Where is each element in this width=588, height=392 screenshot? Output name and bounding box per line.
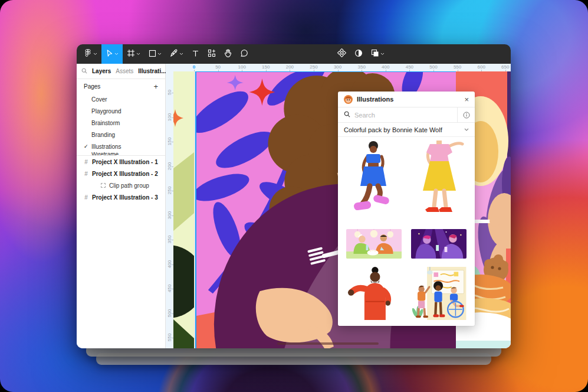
sidebar-tabbar: Layers Assets Illustrati... bbox=[77, 64, 165, 79]
ruler-tick bbox=[338, 70, 339, 71]
page-label: Wireframe bbox=[91, 152, 119, 155]
move-tool-button[interactable] bbox=[101, 44, 123, 64]
toolbar-right-group bbox=[333, 44, 389, 64]
chevron-down-icon bbox=[380, 53, 385, 55]
main-menu-button[interactable] bbox=[80, 44, 101, 64]
tab-layers[interactable]: Layers bbox=[92, 68, 111, 74]
page-item-illustrations[interactable]: ✓Illustrations bbox=[77, 141, 165, 152]
illustration-item-5[interactable] bbox=[346, 267, 402, 320]
ruler-label: 600 bbox=[478, 64, 485, 70]
horizontal-ruler: 050100150200250300350400450500550600650 bbox=[166, 64, 511, 71]
page-item-brainstorm[interactable]: Brainstorm bbox=[77, 117, 165, 129]
clip-group-icon bbox=[101, 183, 106, 188]
pages-list: CoverPlaygroundBrainstormBranding✓Illust… bbox=[77, 93, 165, 155]
ruler-tick bbox=[314, 70, 314, 71]
component-icon bbox=[337, 48, 346, 60]
shape-tool-button[interactable] bbox=[144, 44, 166, 64]
frame-icon: # bbox=[83, 159, 89, 165]
layer-label: Project X Illustration - 2 bbox=[92, 171, 158, 177]
search-input[interactable] bbox=[354, 112, 457, 119]
page-item-playground[interactable]: Playground bbox=[77, 105, 165, 117]
illustration-item-2[interactable] bbox=[411, 141, 467, 221]
ruler-tick bbox=[386, 70, 386, 71]
resources-tool-button[interactable] bbox=[203, 44, 220, 64]
ruler-tick bbox=[266, 70, 267, 71]
hand-icon bbox=[224, 49, 232, 60]
ruler-label: 450 bbox=[406, 64, 413, 70]
info-icon[interactable] bbox=[457, 107, 475, 122]
hand-tool-button[interactable] bbox=[220, 44, 236, 64]
cursor-icon bbox=[106, 49, 113, 60]
ruler-label: 100 bbox=[238, 64, 246, 70]
ruler-label: 150 bbox=[262, 64, 270, 70]
frame-tool-button[interactable] bbox=[123, 44, 144, 64]
frame-icon: # bbox=[83, 171, 89, 177]
ruler-tick bbox=[172, 264, 173, 265]
text-tool-button[interactable] bbox=[188, 44, 203, 64]
ruler-tick bbox=[172, 142, 173, 142]
pages-header: Pages + bbox=[77, 79, 165, 93]
pen-tool-button[interactable] bbox=[166, 44, 188, 64]
illustration-item-6[interactable] bbox=[411, 267, 467, 320]
plugin-avatar-icon bbox=[344, 95, 353, 104]
frame-icon: # bbox=[83, 194, 89, 201]
ruler-tick bbox=[505, 70, 506, 71]
ruler-label: 650 bbox=[501, 64, 509, 70]
ruler-tick bbox=[172, 313, 173, 314]
search-icon[interactable] bbox=[81, 68, 87, 75]
add-page-button[interactable]: + bbox=[153, 83, 158, 90]
ruler-tick bbox=[172, 338, 173, 338]
ruler-label: 250 bbox=[310, 64, 317, 70]
ruler-tick bbox=[362, 70, 362, 71]
layer-item[interactable]: #Project X Illustration - 2 bbox=[77, 168, 165, 179]
pages-header-label: Pages bbox=[84, 83, 100, 90]
chevron-down-icon bbox=[464, 128, 469, 131]
plugin-panel-header[interactable]: Illustrations × bbox=[338, 92, 475, 107]
chevron-down-icon bbox=[114, 53, 119, 55]
layer-item[interactable]: #Project X Illustration - 1 bbox=[77, 156, 165, 168]
ruler-tick bbox=[409, 70, 410, 71]
ruler-tick bbox=[172, 117, 173, 118]
page-item-branding[interactable]: Branding bbox=[77, 129, 165, 141]
component-button[interactable] bbox=[333, 44, 350, 64]
ruler-tick bbox=[172, 240, 173, 240]
check-icon: ✓ bbox=[84, 143, 91, 149]
tab-assets[interactable]: Assets bbox=[116, 68, 133, 74]
comment-tool-button[interactable] bbox=[236, 44, 252, 64]
mask-button[interactable] bbox=[350, 44, 367, 64]
layer-label: Project X Illustration - 3 bbox=[92, 194, 158, 201]
page-label: Branding bbox=[91, 132, 115, 138]
resources-icon bbox=[208, 49, 216, 60]
mask-icon bbox=[354, 49, 363, 60]
ruler-tick bbox=[172, 289, 173, 289]
illustration-item-4[interactable] bbox=[411, 229, 467, 259]
layers-sidebar: Layers Assets Illustrati... Pages + Cove… bbox=[77, 64, 166, 348]
pen-icon bbox=[170, 49, 178, 60]
plugin-search-row bbox=[338, 107, 475, 123]
layer-item[interactable]: #Project X Illustration - 3 bbox=[77, 191, 165, 203]
chevron-down-icon bbox=[93, 53, 97, 55]
vertical-ruler: 50100150200250300350400450500550 bbox=[166, 71, 173, 348]
ruler-label: 550 bbox=[454, 64, 461, 70]
close-icon[interactable]: × bbox=[464, 96, 469, 103]
chevron-down-icon bbox=[136, 53, 140, 55]
ruler-tick bbox=[433, 70, 434, 71]
page-item-cover[interactable]: Cover bbox=[77, 93, 165, 105]
boolean-button[interactable] bbox=[367, 44, 389, 64]
frame-icon bbox=[127, 49, 135, 60]
artboard-lime-strip[interactable] bbox=[173, 71, 194, 348]
ruler-tick bbox=[172, 215, 173, 216]
page-label: Brainstorm bbox=[91, 120, 120, 126]
horizontal-scrollbar[interactable] bbox=[277, 342, 379, 345]
ruler-label: 300 bbox=[334, 64, 341, 70]
illustration-grid bbox=[338, 137, 475, 324]
selection-dropdown-label: Illustrati... bbox=[138, 68, 166, 74]
ruler-label: 400 bbox=[382, 64, 389, 70]
illustration-item-3[interactable] bbox=[346, 229, 402, 259]
layer-label: Clip path group bbox=[109, 182, 149, 189]
layer-item[interactable]: Clip path group bbox=[77, 179, 165, 191]
ruler-tick bbox=[481, 70, 482, 71]
ruler-tick bbox=[218, 70, 219, 71]
illustration-item-1[interactable] bbox=[346, 141, 402, 221]
pack-selector-dropdown[interactable]: Colorful pack by Bonnie Kate Wolf bbox=[338, 123, 475, 137]
